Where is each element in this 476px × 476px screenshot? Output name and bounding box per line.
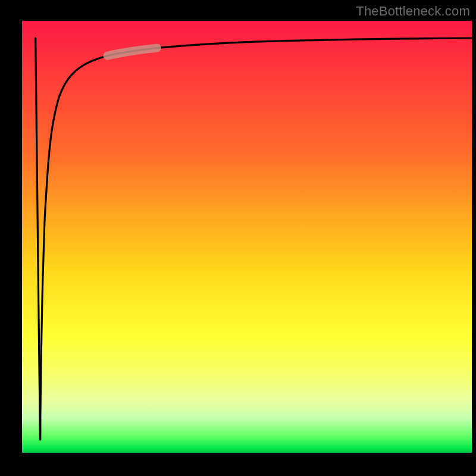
chart-stage: TheBottleneck.com bbox=[0, 0, 476, 476]
watermark-label: TheBottleneck.com bbox=[356, 4, 470, 19]
plot-gradient-area bbox=[22, 21, 472, 453]
